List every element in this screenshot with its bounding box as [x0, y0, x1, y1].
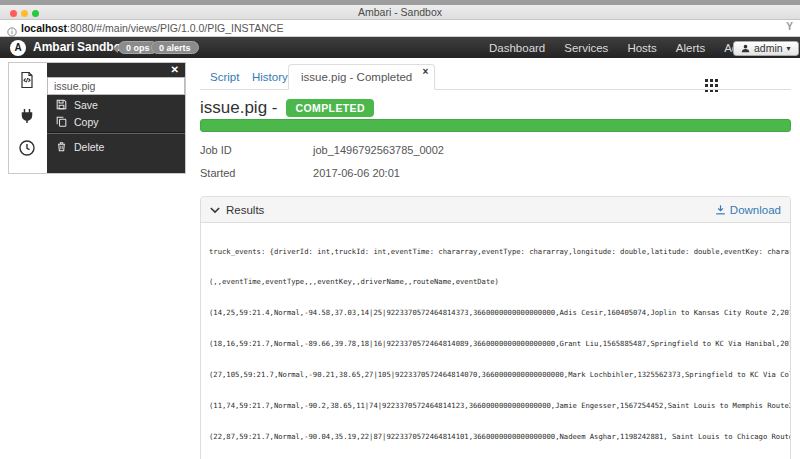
navbar-links: Dashboard Services Hosts Alerts Admin [489, 37, 757, 58]
alerts-badge[interactable]: 0 alerts [151, 41, 199, 54]
tab-script[interactable]: Script [210, 64, 239, 90]
browser-extension-icon[interactable]: Y [786, 21, 793, 32]
copy-icon [56, 116, 67, 127]
script-name-input[interactable] [47, 77, 185, 95]
history-clock-icon[interactable] [18, 139, 38, 159]
trash-icon [56, 141, 67, 152]
result-line: (11,74,59:21.7,Normal,-90.2,38.65,11|74|… [209, 401, 782, 411]
job-id-row: Job ID job_1496792563785_0002 [200, 144, 791, 156]
results-panel: Results Download truck_events: {driverId… [200, 196, 791, 459]
nav-dashboard[interactable]: Dashboard [489, 42, 545, 54]
user-menu-button[interactable]: admin ▾ [733, 41, 799, 56]
save-icon [56, 99, 67, 110]
brand-ambari[interactable]: Ambari [33, 37, 74, 58]
delete-label: Delete [74, 141, 104, 153]
url-host: localhost [21, 22, 67, 34]
close-icon[interactable]: ✕ [171, 64, 179, 75]
page-title: issue.pig - [200, 98, 277, 118]
url-text: localhost:8080/#/main/views/PIG/1.0.0/PI… [21, 20, 283, 36]
result-line: (27,105,59:21.7,Normal,-90.21,38.65,27|1… [209, 370, 782, 380]
status-badge: COMPLETED [286, 99, 374, 117]
save-label: Save [74, 99, 98, 111]
tab-close-icon[interactable]: × [422, 67, 428, 77]
result-line: truck_events: {driverId: int,truckId: in… [209, 247, 782, 257]
job-progress-bar [200, 119, 791, 132]
browser-url-bar[interactable]: localhost:8080/#/main/views/PIG/1.0.0/PI… [0, 20, 800, 37]
copy-button[interactable]: Copy [47, 113, 185, 130]
person-icon [741, 44, 750, 53]
download-button[interactable]: Download [715, 204, 781, 216]
download-label: Download [730, 204, 781, 216]
started-value: 2017-06-06 20:01 [313, 167, 400, 179]
sidebar-toolbar [9, 63, 47, 173]
result-line: (18,16,59:21.7,Normal,-89.66,39.78,18|16… [209, 339, 782, 349]
url-path: :8080/#/main/views/PIG/1.0.0/PIG_INSTANC… [67, 22, 283, 34]
menu-divider [47, 133, 185, 134]
job-id-value: job_1496792563785_0002 [313, 144, 444, 156]
ambari-navbar: A Ambari Sandbox 0 ops 0 alerts Dashboar… [0, 37, 800, 58]
results-title-label: Results [226, 204, 264, 216]
nav-alerts[interactable]: Alerts [676, 42, 705, 54]
script-file-icon[interactable] [18, 71, 38, 91]
save-button[interactable]: Save [47, 96, 185, 113]
ambari-logo[interactable]: A [10, 40, 26, 56]
download-icon [715, 204, 726, 215]
nav-hosts[interactable]: Hosts [627, 42, 656, 54]
window-title: Ambari - Sandbox [0, 5, 800, 20]
browser-title-bar: Ambari - Sandbox [0, 5, 800, 20]
tab-job-active[interactable]: issue.pig - Completed × [288, 64, 435, 90]
delete-button[interactable]: Delete [47, 138, 185, 155]
result-line: (,,eventTime,eventType,,,eventKey,,drive… [209, 277, 782, 287]
tab-bar: Script History issue.pig - Completed × [200, 64, 791, 90]
job-title-row: issue.pig - COMPLETED [200, 98, 374, 118]
result-line: (14,25,59:21.4,Normal,-94.58,37.03,14|25… [209, 308, 782, 318]
caret-down-icon: ▾ [787, 44, 791, 53]
script-actions-menu: Save Copy Delete [47, 96, 185, 155]
nav-services[interactable]: Services [564, 42, 608, 54]
tab-job-label: issue.pig - Completed [301, 71, 412, 83]
pig-sidebar: ✕ Save Copy Delete [8, 62, 186, 174]
results-output[interactable]: truck_events: {driverId: int,truckId: in… [201, 223, 790, 459]
result-line: (22,87,59:21.7,Normal,-90.04,35.19,22|87… [209, 432, 782, 442]
user-label: admin [754, 42, 783, 54]
results-collapse-toggle[interactable]: Results [210, 204, 264, 216]
chevron-down-icon [210, 206, 220, 214]
tab-history[interactable]: History [252, 64, 288, 90]
started-row: Started 2017-06-06 20:01 [200, 167, 791, 179]
copy-label: Copy [74, 116, 99, 128]
started-label: Started [200, 167, 310, 179]
job-id-label: Job ID [200, 144, 310, 156]
udf-plug-icon[interactable] [18, 107, 38, 127]
results-header: Results Download [201, 197, 790, 223]
script-flyout-panel: ✕ Save Copy Delete [47, 63, 185, 173]
